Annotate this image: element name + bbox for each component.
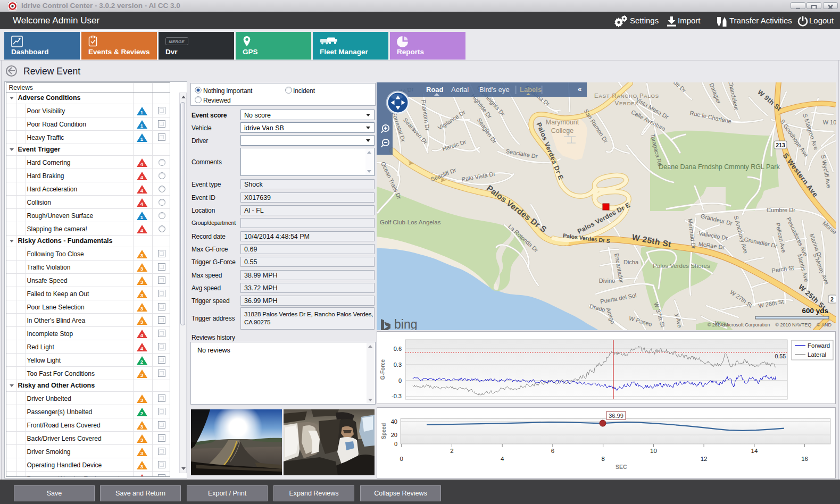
svg-text:0.55: 0.55 [775,353,786,359]
svg-text:Labels: Labels [520,86,542,94]
svg-text:Lateral: Lateral [808,351,826,358]
svg-text:EAST RANCHO PALOS: EAST RANCHO PALOS [594,93,659,99]
svg-text:8: 8 [601,456,604,462]
svg-text:14: 14 [751,448,758,454]
svg-text:0.6: 0.6 [394,346,402,352]
svg-text:20: 20 [391,432,397,438]
svg-text:«: « [578,85,581,93]
svg-text:40: 40 [391,418,397,425]
svg-text:12: 12 [701,456,708,462]
svg-text:© 2014 Microsoft Corporation: © 2014 Microsoft Corporation © 2010 NAVT… [708,322,832,327]
svg-text:213: 213 [776,142,785,148]
svg-text:Palos Verdes Shores: Palos Verdes Shores [653,263,710,269]
svg-text:16: 16 [801,456,808,462]
svg-text:W 10t: W 10t [823,119,836,125]
svg-text:Road: Road [426,86,444,94]
svg-text:Deane Dana Frndshp Cmmnty RGL: Deane Dana Frndshp Cmmnty RGL Park [659,163,780,171]
svg-text:G-Force: G-Force [380,359,386,380]
svg-text:10: 10 [650,448,657,454]
svg-text:-0.3: -0.3 [392,393,402,399]
svg-text:6: 6 [551,448,554,454]
svg-text:0: 0 [400,456,403,462]
svg-text:MERGE: MERGE [169,39,185,44]
svg-text:600 yds: 600 yds [802,307,828,315]
svg-text:2: 2 [830,296,834,303]
svg-text:Cumbre Dr: Cumbre Dr [767,207,795,213]
svg-text:bing: bing [394,317,417,330]
svg-text:Speed: Speed [381,423,387,439]
svg-text:2: 2 [450,448,453,454]
svg-text:Divino: Divino [599,278,616,284]
svg-text:VERDES: VERDES [614,100,638,106]
svg-text:Bird's eye: Bird's eye [479,86,510,94]
svg-text:36.99: 36.99 [609,413,623,419]
svg-text:Golf Club-Los Angelas: Golf Club-Los Angelas [380,219,441,225]
svg-text:0: 0 [398,377,402,384]
svg-text:0: 0 [394,441,397,447]
svg-text:4: 4 [501,456,504,462]
svg-text:Dicha: Dicha [623,259,639,265]
svg-text:Aerial: Aerial [451,86,469,94]
svg-text:Marymount: Marymount [546,119,579,126]
svg-text:Forward: Forward [808,342,830,349]
svg-text:College: College [551,127,573,135]
svg-text:0.3: 0.3 [394,362,402,368]
svg-text:SEC: SEC [616,464,627,470]
